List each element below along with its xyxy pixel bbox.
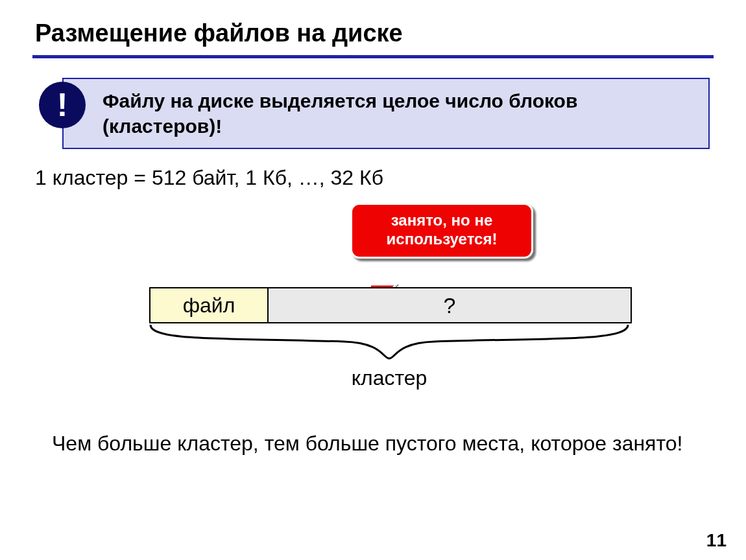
page-number: 11: [706, 530, 727, 551]
cluster-brace-label: кластер: [149, 366, 629, 390]
file-segment: файл: [150, 288, 269, 322]
unused-segment: ?: [269, 288, 631, 322]
bubble-line-1: занято, но не: [391, 211, 493, 229]
callout-text: Файлу на диске выделяется целое число бл…: [62, 78, 710, 149]
cluster-bar: файл ?: [149, 287, 632, 323]
conclusion-text: Чем больше кластер, тем больше пустого м…: [52, 430, 707, 458]
cluster-diagram: занято, но не используется! файл ? класт…: [32, 203, 714, 410]
exclamation-icon: !: [39, 82, 86, 128]
curly-brace-icon: [149, 323, 629, 362]
slide-title: Размещение файлов на диске: [35, 19, 714, 47]
cluster-size-text: 1 кластер = 512 байт, 1 Кб, …, 32 Кб: [35, 166, 714, 190]
callout: ! Файлу на диске выделяется целое число …: [62, 78, 710, 149]
title-underline: [32, 55, 714, 58]
bubble-line-2: используется!: [387, 230, 498, 248]
speech-bubble: занято, но не используется!: [350, 203, 533, 259]
slide: Размещение файлов на диске ! Файлу на ди…: [0, 0, 746, 560]
